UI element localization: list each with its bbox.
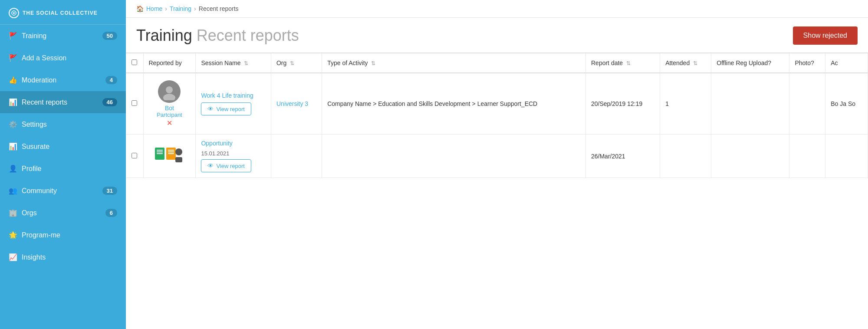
moderation-icon: 👍 xyxy=(9,76,17,84)
breadcrumb: 🏠 Home › Training › Recent reports xyxy=(126,0,868,18)
sidebar-item-community[interactable]: 👥 Community 31 xyxy=(0,180,126,202)
view-report-button[interactable]: 👁 View report xyxy=(201,159,251,172)
recent-reports-icon: 📊 xyxy=(9,98,17,106)
date-sort-icon[interactable]: ⇅ xyxy=(626,60,631,66)
breadcrumb-sep-1: › xyxy=(165,5,167,12)
community-icon: 👥 xyxy=(9,187,17,195)
row-1-photo xyxy=(789,73,825,135)
row-2-type xyxy=(322,135,586,178)
type-sort-icon[interactable]: ⇅ xyxy=(371,60,375,66)
row-2-checkbox[interactable] xyxy=(132,153,137,158)
row-1-ac: Bo Ja So xyxy=(825,73,868,135)
select-all-header xyxy=(126,53,143,73)
main-content: 🏠 Home › Training › Recent reports Train… xyxy=(126,0,868,329)
sidebar-item-program-me[interactable]: 🌟 Program-me xyxy=(0,224,126,246)
sidebar-item-recent-reports[interactable]: 📊 Recent reports 46 xyxy=(0,91,126,113)
sidebar-item-label: Insights xyxy=(22,253,46,261)
avatar-person-icon xyxy=(161,81,177,102)
training-badge: 50 xyxy=(102,32,117,40)
sidebar-item-profile[interactable]: 👤 Profile xyxy=(0,158,126,180)
attended-sort-icon[interactable]: ⇅ xyxy=(693,60,697,66)
orgs-icon: 🏢 xyxy=(9,209,17,217)
page-title-main: Training xyxy=(136,26,192,44)
logo-icon xyxy=(9,8,19,18)
col-session-name: Session Name ⇅ xyxy=(196,53,271,73)
logo-text: THE SOCIAL COLLECTIVE xyxy=(23,10,98,16)
sidebar-item-add-session[interactable]: 🚩 Add a Session xyxy=(0,47,126,69)
sidebar-item-orgs[interactable]: 🏢 Orgs 6 xyxy=(0,202,126,224)
eye-icon: 👁 xyxy=(207,105,214,112)
recent-reports-badge: 46 xyxy=(102,98,117,106)
bot-label: Bot xyxy=(149,105,191,112)
session-name-link[interactable]: Opportunity xyxy=(201,140,266,147)
illustration xyxy=(149,143,191,169)
sidebar-item-moderation[interactable]: 👍 Moderation 4 xyxy=(0,69,126,91)
row-1-reported-by: Bot Partcipant ✕ xyxy=(143,73,196,135)
row-1-attended: 1 xyxy=(660,73,711,135)
insights-icon: 📈 xyxy=(9,253,17,261)
col-org: Org ⇅ xyxy=(271,53,322,73)
breadcrumb-current: Recent reports xyxy=(199,5,239,12)
sidebar-item-label: Program-me xyxy=(22,231,60,239)
settings-icon: ⚙️ xyxy=(9,120,17,128)
program-me-icon: 🌟 xyxy=(9,231,17,239)
sidebar-item-label: Profile xyxy=(22,165,41,173)
row-2-org xyxy=(271,135,322,178)
select-all-checkbox[interactable] xyxy=(132,59,137,65)
sidebar-item-label: Training xyxy=(22,32,46,40)
col-ac: Ac xyxy=(825,53,868,73)
col-photo: Photo? xyxy=(789,53,825,73)
sidebar-item-label: Recent reports xyxy=(22,99,67,106)
avatar xyxy=(158,80,181,103)
eye-icon: 👁 xyxy=(207,162,214,169)
org-link[interactable]: University 3 xyxy=(276,100,308,107)
row-2-offline-reg xyxy=(711,135,789,178)
row-2-ac xyxy=(825,135,868,178)
add-session-icon: 🚩 xyxy=(9,54,17,62)
col-type-of-activity: Type of Activity ⇅ xyxy=(322,53,586,73)
row-2-date: 26/Mar/2021 xyxy=(585,135,660,178)
col-attended: Attended ⇅ xyxy=(660,53,711,73)
row-2-photo xyxy=(789,135,825,178)
row-1-session-name: Work 4 Life training 👁 View report xyxy=(196,73,271,135)
row-2-attended xyxy=(660,135,711,178)
row-2-session-name: Opportunity 15.01.2021 👁 View report xyxy=(196,135,271,178)
row-2-reported-by xyxy=(143,135,196,178)
home-icon: 🏠 xyxy=(136,5,144,12)
session-name-link[interactable]: Work 4 Life training xyxy=(201,92,266,99)
report-illustration xyxy=(154,143,184,169)
page-title-sub: Recent reports xyxy=(197,26,299,44)
sidebar-item-label: Settings xyxy=(22,121,47,128)
sidebar-item-susurate[interactable]: 📊 Susurate xyxy=(0,135,126,158)
participant-label: Partcipant xyxy=(149,112,191,118)
session-name-sort-icon[interactable]: ⇅ xyxy=(244,60,248,66)
reports-table: Reported by Session Name ⇅ Org ⇅ Type of… xyxy=(126,53,868,178)
page-title: Training Recent reports xyxy=(136,26,299,45)
svg-rect-13 xyxy=(175,157,182,162)
table-row: Bot Partcipant ✕ Work 4 Life training 👁 … xyxy=(126,73,868,135)
svg-point-2 xyxy=(166,86,173,93)
community-badge: 31 xyxy=(102,187,117,195)
col-report-date: Report date ⇅ xyxy=(585,53,660,73)
view-report-button[interactable]: 👁 View report xyxy=(201,102,251,115)
sidebar-item-insights[interactable]: 📈 Insights xyxy=(0,246,126,268)
moderation-badge: 4 xyxy=(105,76,117,84)
x-icon: ✕ xyxy=(149,119,191,127)
col-reported-by: Reported by xyxy=(143,53,196,73)
svg-point-3 xyxy=(163,94,175,100)
page-header: Training Recent reports Show rejected xyxy=(126,18,868,53)
org-sort-icon[interactable]: ⇅ xyxy=(290,60,294,66)
show-rejected-button[interactable]: Show rejected xyxy=(793,26,858,45)
sidebar-item-training[interactable]: 🚩 Training 50 xyxy=(0,25,126,47)
sidebar-item-label: Add a Session xyxy=(22,54,66,62)
sidebar-logo: THE SOCIAL COLLECTIVE xyxy=(0,0,126,25)
sidebar-item-settings[interactable]: ⚙️ Settings xyxy=(0,113,126,135)
breadcrumb-training[interactable]: Training xyxy=(170,5,191,12)
table-header-row: Reported by Session Name ⇅ Org ⇅ Type of… xyxy=(126,53,868,73)
row-1-checkbox[interactable] xyxy=(132,100,137,106)
col-offline-reg: Offline Reg Upload? xyxy=(711,53,789,73)
training-icon: 🚩 xyxy=(9,32,17,40)
breadcrumb-home[interactable]: Home xyxy=(146,5,162,12)
sidebar-item-label: Orgs xyxy=(22,209,37,217)
sidebar: THE SOCIAL COLLECTIVE 🚩 Training 50 🚩 Ad… xyxy=(0,0,126,329)
